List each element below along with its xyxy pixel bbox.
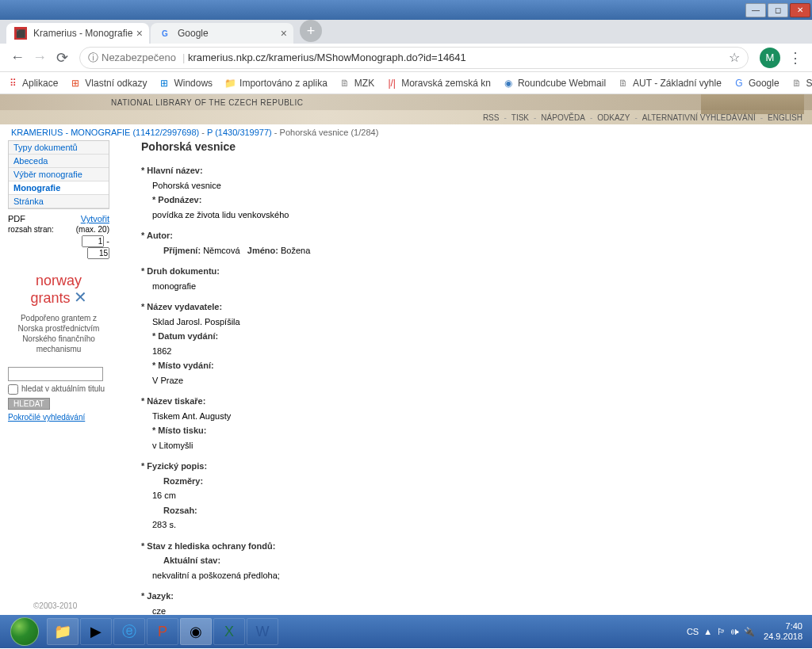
search-in-title-checkbox[interactable] [8,384,18,395]
tray-icon[interactable]: CS [687,627,699,636]
taskbar-excel-icon[interactable]: X [213,618,245,645]
tab-favicon-icon: G [159,27,171,40]
bookmark-icon: 🗎 [339,77,351,90]
pdf-to-input[interactable] [87,247,109,259]
tray-icon[interactable]: 🕪 [730,627,739,636]
copyright: ©2003-2010 [33,601,77,610]
sidebar-menu-item[interactable]: Typy dokumentů [9,141,109,155]
search-button[interactable]: HLEDAT [8,398,50,410]
window-close-button[interactable]: ✕ [790,3,810,17]
sidebar-menu-item[interactable]: Stránka [9,195,109,208]
advanced-search-link[interactable]: Pokročilé vyhledávání [8,413,109,422]
start-button[interactable] [3,617,46,647]
back-button[interactable]: ← [6,47,29,69]
windows-taskbar: 📁 ▶ ⓔ P ◉ X W CS▲🏳🕪🔌 7:4024.9.2018 [0,615,812,648]
tray-icon[interactable]: ▲ [703,627,712,636]
breadcrumb: KRAMERIUS - MONOGRAFIE (11412/2997698) -… [0,124,812,140]
topnav-link[interactable]: TISK [511,113,529,122]
bookmark-item[interactable]: ⊞Windows [158,77,213,90]
url-text: kramerius.nkp.cz/kramerius/MShowMonograp… [188,52,466,63]
bookmark-item[interactable]: GGoogle [733,77,779,90]
site-banner: NATIONAL LIBRARY OF THE CZECH REPUBLIC [0,94,812,110]
sidebar-menu: Typy dokumentůAbecedaVýběr monografieMon… [8,140,109,209]
tab-title: Kramerius - Monografie [33,28,132,39]
window-minimize-button[interactable]: — [745,3,766,17]
search-input[interactable] [8,367,103,381]
bookmark-icon: 📁 [224,77,236,90]
bookmark-item[interactable]: ⊞Vlastní odkazy [69,77,147,90]
pdf-from-input[interactable] [82,235,104,247]
browser-tab-kramerius[interactable]: ⬛ Kramerius - Monografie × [6,23,149,44]
new-tab-button[interactable]: + [300,20,322,42]
bookmarks-bar: ⠿Aplikace ⊞Vlastní odkazy⊞Windows📁Import… [0,72,812,94]
sidebar-menu-item[interactable]: Monografie [9,181,109,195]
taskbar-chrome-icon[interactable]: ◉ [180,618,212,645]
tab-close-icon[interactable]: × [136,27,143,40]
bookmark-item[interactable]: 📁Importováno z aplika [224,77,327,90]
pdf-create-link[interactable]: Vytvořit [81,214,109,223]
clock-time: 7:40 [764,621,802,632]
page-title: Pohorská vesnice [141,140,804,153]
bookmark-icon: 🗎 [617,77,630,90]
taskbar-ie-icon[interactable]: ⓔ [113,618,145,645]
bookmark-item[interactable]: |/|Moravská zemská kn [385,77,491,90]
sidebar-menu-item[interactable]: Výběr monografie [9,168,109,181]
sidebar-pdf: PDFVytvořit rozsah stran:(max. 20) - [8,214,109,259]
tab-favicon-icon: ⬛ [14,27,27,40]
document-details: Pohorská vesnice * Hlavní název: Pohorsk… [109,140,804,615]
sidebar-menu-item[interactable]: Abeceda [9,155,109,168]
bookmark-item[interactable]: 🗎AUT - Základní vyhle [617,77,722,90]
tab-title: Google [178,28,209,39]
system-tray[interactable]: CS▲🏳🕪🔌 7:4024.9.2018 [684,621,809,642]
site-topnav: RSS - TISK - NÁPOVĚDA - ODKAZY - ALTERNA… [0,110,812,124]
clock-date: 24.9.2018 [764,632,802,642]
bookmark-icon: ⊞ [69,77,82,90]
bookmark-star-icon[interactable]: ☆ [729,50,740,65]
profile-avatar-button[interactable]: M [760,48,780,68]
taskbar-powerpoint-icon[interactable]: P [147,618,178,645]
taskbar-media-icon[interactable]: ▶ [80,618,112,645]
browser-menu-button[interactable]: ⋮ [785,49,806,67]
breadcrumb-link[interactable]: P (1430/319977) [207,128,272,137]
tray-icon[interactable]: 🔌 [744,627,755,636]
taskbar-explorer-icon[interactable]: 📁 [47,618,79,645]
topnav-link[interactable]: ODKAZY [597,113,630,122]
taskbar-word-icon[interactable]: W [247,618,278,645]
bookmark-item[interactable]: ◉Roundcube Webmail [502,77,606,90]
bookmark-item[interactable]: 🗎MZK [339,77,374,90]
topnav-link[interactable]: ENGLISH [768,113,802,122]
bookmark-icon: G [733,77,745,90]
reload-button[interactable]: ⟳ [51,47,73,69]
bookmark-icon: 🗎 [791,77,803,90]
windows-logo-icon [10,617,39,646]
breadcrumb-link[interactable]: KRAMERIUS - MONOGRAFIE (11412/2997698) [11,128,199,137]
topnav-link[interactable]: ALTERNATIVNÍ VYHLEDÁVÁNÍ [642,113,756,122]
browser-toolbar: ← → ⟳ ⓘNezabezpečeno | kramerius.nkp.cz/… [0,44,812,72]
address-bar[interactable]: ⓘNezabezpečeno | kramerius.nkp.cz/kramer… [79,47,749,69]
topnav-link[interactable]: NÁPOVĚDA [541,113,585,122]
tab-close-icon[interactable]: × [281,27,287,40]
page-content: NATIONAL LIBRARY OF THE CZECH REPUBLIC R… [0,94,812,615]
bookmark-icon: ⊞ [158,77,170,90]
security-indicator: ⓘNezabezpečeno [88,51,176,65]
topnav-link[interactable]: RSS [483,113,500,122]
sidebar-search: hledat v aktuálním titulu HLEDAT Pokroči… [8,367,109,422]
bookmark-icon: ◉ [502,77,515,90]
bookmark-icon: |/| [385,77,398,90]
tray-icon[interactable]: 🏳 [717,627,726,636]
window-maximize-button[interactable]: ◻ [768,3,788,17]
apps-button[interactable]: ⠿Aplikace [6,77,58,90]
browser-tabbar: ⬛ Kramerius - Monografie × G Google × + [0,20,812,44]
sidebar: Typy dokumentůAbecedaVýběr monografieMon… [8,140,109,615]
bookmark-item[interactable]: 🗎Seznam ČSN [791,77,812,90]
browser-tab-google[interactable]: G Google × [151,23,293,44]
window-titlebar: — ◻ ✕ [0,0,812,20]
forward-button[interactable]: → [29,47,51,69]
breadcrumb-current: Pohorská vesnice (1/284) [280,128,379,137]
sidebar-norway-grants: norway grants✕ Podpořeno grantem z Norsk… [8,273,109,354]
